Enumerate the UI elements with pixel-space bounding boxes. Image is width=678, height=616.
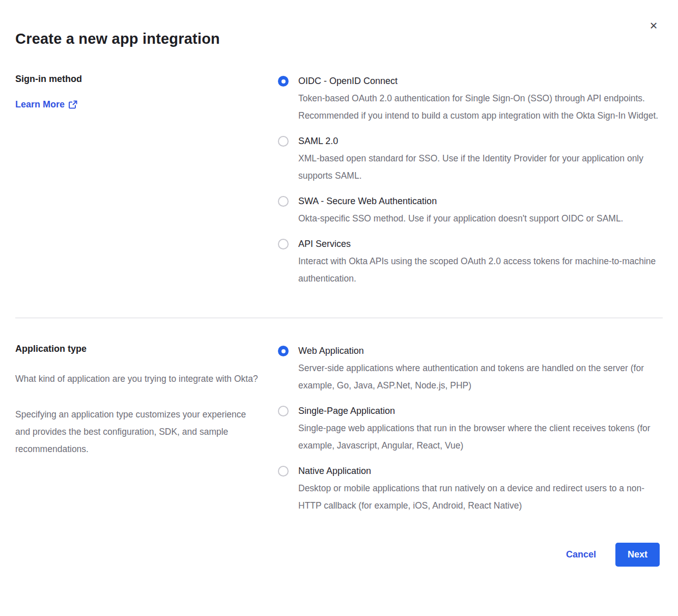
option-api-services-label[interactable]: API Services (298, 236, 660, 253)
option-single-page-application[interactable]: Single-Page Application Single-page web … (278, 403, 660, 454)
radio-api-services[interactable] (278, 239, 289, 249)
learn-more-link[interactable]: Learn More (15, 99, 77, 110)
option-oidc-description: Token-based OAuth 2.0 authentication for… (298, 90, 660, 124)
option-saml[interactable]: SAML 2.0 XML-based open standard for SSO… (278, 133, 660, 184)
create-app-integration-dialog: × Create a new app integration Sign-in m… (0, 0, 678, 616)
application-type-intro: What kind of application are you trying … (15, 370, 263, 387)
signin-method-label: Sign-in method (15, 73, 263, 85)
radio-native-application[interactable] (278, 466, 289, 477)
option-web-application[interactable]: Web Application Server-side applications… (278, 343, 660, 394)
option-oidc-label[interactable]: OIDC - OpenID Connect (298, 73, 660, 90)
dialog-footer: Cancel Next (15, 543, 660, 567)
cancel-button[interactable]: Cancel (566, 549, 596, 560)
radio-single-page-application[interactable] (278, 406, 289, 416)
option-single-page-application-label[interactable]: Single-Page Application (298, 403, 660, 419)
radio-oidc[interactable] (278, 76, 289, 87)
close-icon[interactable]: × (646, 18, 661, 33)
option-api-services[interactable]: API Services Interact with Okta APIs usi… (278, 236, 660, 287)
dialog-title: Create a new app integration (15, 0, 660, 47)
option-oidc[interactable]: OIDC - OpenID Connect Token-based OAuth … (278, 73, 660, 124)
option-swa-description: Okta-specific SSO method. Use if your ap… (298, 210, 660, 227)
signin-method-section: Sign-in method Learn More OIDC - OpenID … (15, 73, 660, 287)
next-button[interactable]: Next (615, 543, 660, 567)
external-link-icon (69, 100, 77, 109)
option-web-application-label[interactable]: Web Application (298, 343, 660, 359)
learn-more-label: Learn More (15, 99, 65, 110)
option-saml-description: XML-based open standard for SSO. Use if … (298, 150, 660, 184)
option-native-application-description: Desktop or mobile applications that run … (298, 480, 660, 514)
option-api-services-description: Interact with Okta APIs using the scoped… (298, 253, 660, 287)
option-native-application[interactable]: Native Application Desktop or mobile app… (278, 463, 660, 514)
option-native-application-label[interactable]: Native Application (298, 463, 660, 480)
application-type-label: Application type (15, 343, 263, 355)
option-web-application-description: Server-side applications where authentic… (298, 359, 660, 394)
section-divider (15, 318, 663, 318)
option-single-page-application-description: Single-page web applications that run in… (298, 419, 660, 454)
application-type-section: Application type What kind of applicatio… (15, 343, 660, 514)
option-saml-label[interactable]: SAML 2.0 (298, 133, 660, 150)
radio-saml[interactable] (278, 136, 289, 147)
option-swa[interactable]: SWA - Secure Web Authentication Okta-spe… (278, 193, 660, 227)
application-type-detail: Specifying an application type customize… (15, 406, 263, 458)
radio-web-application[interactable] (278, 346, 289, 356)
radio-swa[interactable] (278, 196, 289, 207)
option-swa-label[interactable]: SWA - Secure Web Authentication (298, 193, 660, 210)
